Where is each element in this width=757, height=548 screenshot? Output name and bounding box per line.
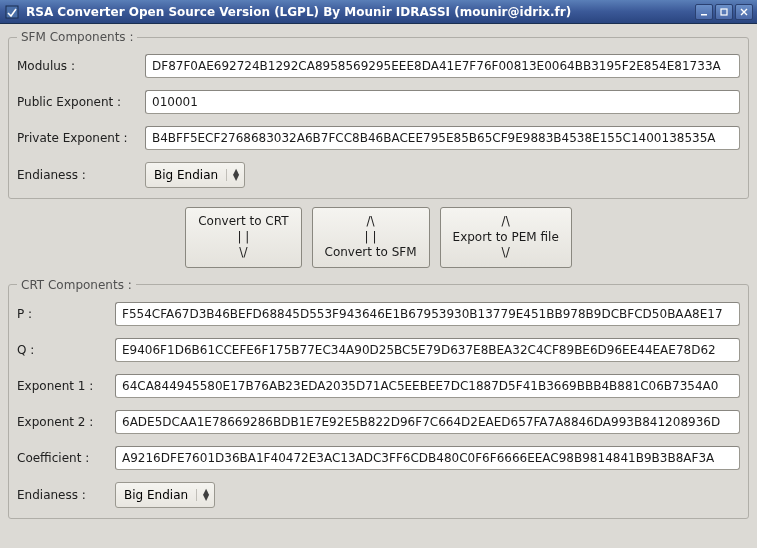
window-controls bbox=[695, 4, 753, 20]
exponent1-input[interactable] bbox=[115, 374, 740, 398]
sfm-legend: SFM Components : bbox=[17, 30, 137, 44]
maximize-button[interactable] bbox=[715, 4, 733, 20]
p-input[interactable] bbox=[115, 302, 740, 326]
q-label: Q : bbox=[17, 343, 115, 357]
updown-icon: ▲▼ bbox=[196, 489, 212, 501]
window-title: RSA Converter Open Source Version (LGPL)… bbox=[26, 5, 695, 19]
p-label: P : bbox=[17, 307, 115, 321]
coefficient-input[interactable] bbox=[115, 446, 740, 470]
crt-legend: CRT Components : bbox=[17, 278, 136, 292]
app-icon bbox=[4, 4, 20, 20]
crt-group: CRT Components : P : Q : Exponent 1 : Ex… bbox=[8, 278, 749, 519]
sfm-endianess-label: Endianess : bbox=[17, 168, 145, 182]
titlebar: RSA Converter Open Source Version (LGPL)… bbox=[0, 0, 757, 24]
q-input[interactable] bbox=[115, 338, 740, 362]
exponent2-input[interactable] bbox=[115, 410, 740, 434]
sfm-endianess-select[interactable]: Big Endian ▲▼ bbox=[145, 162, 245, 188]
svg-rect-2 bbox=[721, 9, 727, 15]
svg-rect-1 bbox=[701, 14, 707, 16]
public-exponent-input[interactable] bbox=[145, 90, 740, 114]
svg-rect-0 bbox=[6, 6, 18, 18]
updown-icon: ▲▼ bbox=[226, 169, 242, 181]
export-to-pem-button[interactable]: /\Export to PEM file\/ bbox=[440, 207, 572, 268]
close-button[interactable] bbox=[735, 4, 753, 20]
convert-to-sfm-button[interactable]: /\| |Convert to SFM bbox=[312, 207, 430, 268]
modulus-input[interactable] bbox=[145, 54, 740, 78]
crt-endianess-label: Endianess : bbox=[17, 488, 115, 502]
sfm-endianess-value: Big Endian bbox=[154, 168, 226, 182]
exponent1-label: Exponent 1 : bbox=[17, 379, 115, 393]
exponent2-label: Exponent 2 : bbox=[17, 415, 115, 429]
action-buttons: Convert to CRT| |\/ /\| |Convert to SFM … bbox=[8, 207, 749, 268]
sfm-group: SFM Components : Modulus : Public Expone… bbox=[8, 30, 749, 199]
private-exponent-input[interactable] bbox=[145, 126, 740, 150]
modulus-label: Modulus : bbox=[17, 59, 145, 73]
convert-to-crt-button[interactable]: Convert to CRT| |\/ bbox=[185, 207, 301, 268]
public-exponent-label: Public Exponent : bbox=[17, 95, 145, 109]
private-exponent-label: Private Exponent : bbox=[17, 131, 145, 145]
coefficient-label: Coefficient : bbox=[17, 451, 115, 465]
crt-endianess-select[interactable]: Big Endian ▲▼ bbox=[115, 482, 215, 508]
crt-endianess-value: Big Endian bbox=[124, 488, 196, 502]
minimize-button[interactable] bbox=[695, 4, 713, 20]
